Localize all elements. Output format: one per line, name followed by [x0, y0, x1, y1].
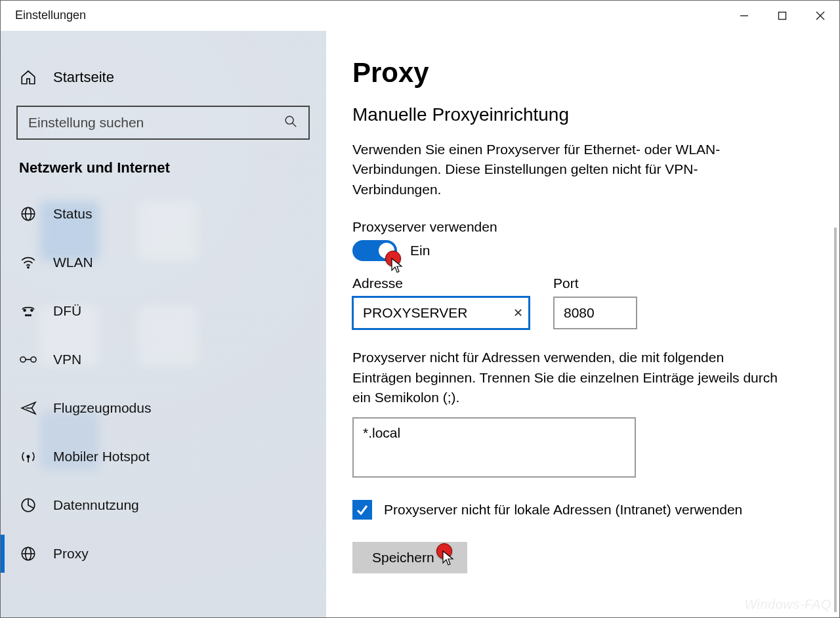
sidebar-item-label: Flugzeugmodus	[53, 400, 151, 416]
sidebar-home-label: Startseite	[53, 69, 114, 86]
data-usage-icon	[19, 497, 37, 514]
address-input[interactable]	[352, 297, 530, 329]
use-proxy-label: Proxyserver verwenden	[352, 219, 820, 235]
sidebar-item-status[interactable]: Status	[1, 190, 326, 238]
vpn-icon	[19, 353, 37, 366]
sidebar-item-wlan[interactable]: WLAN	[1, 238, 326, 287]
sidebar-item-label: Status	[53, 206, 93, 222]
minimize-button[interactable]	[725, 3, 763, 29]
sidebar-item-vpn[interactable]: VPN	[1, 335, 326, 384]
wifi-icon	[19, 254, 37, 271]
svg-point-14	[30, 315, 31, 316]
sidebar-item-airplane[interactable]: Flugzeugmodus	[1, 384, 326, 432]
cursor-pointer-icon	[390, 257, 405, 274]
address-label: Adresse	[352, 276, 530, 291]
sidebar-item-label: Proxy	[53, 546, 89, 562]
sidebar-item-label: VPN	[53, 352, 81, 367]
airplane-icon	[19, 400, 37, 417]
dialup-icon	[19, 302, 37, 319]
sidebar-item-dialup[interactable]: DFÜ	[1, 287, 326, 335]
bypass-input[interactable]	[352, 417, 636, 478]
scrollbar[interactable]	[834, 228, 837, 612]
search-input[interactable]	[28, 115, 284, 131]
globe-icon	[19, 205, 37, 222]
sidebar-item-proxy[interactable]: Proxy	[1, 529, 326, 578]
sidebar-item-label: WLAN	[53, 255, 93, 270]
section-description: Verwenden Sie einen Proxyserver für Ethe…	[352, 140, 772, 199]
settings-window: Einstellungen Startseite	[0, 0, 840, 618]
cursor-pointer-icon	[442, 550, 456, 567]
svg-point-10	[24, 310, 26, 312]
clear-input-icon[interactable]: ✕	[513, 306, 523, 320]
svg-point-12	[26, 315, 27, 316]
svg-point-11	[31, 310, 33, 312]
page-title: Proxy	[352, 57, 820, 89]
sidebar-item-label: DFÜ	[53, 303, 81, 319]
port-label: Port	[553, 276, 637, 291]
sidebar-item-data-usage[interactable]: Datennutzung	[1, 481, 326, 529]
globe-icon	[19, 545, 37, 562]
maximize-button[interactable]	[763, 3, 801, 29]
watermark: Windows-FAQ	[744, 597, 831, 612]
svg-rect-1	[779, 12, 786, 20]
svg-point-16	[31, 357, 36, 362]
close-button[interactable]	[801, 3, 839, 29]
main-content: Proxy Manuelle Proxyeinrichtung Verwende…	[326, 31, 839, 617]
search-box[interactable]	[16, 106, 310, 140]
hotspot-icon	[19, 448, 37, 465]
sidebar-item-hotspot[interactable]: Mobiler Hotspot	[1, 432, 326, 481]
window-title: Einstellungen	[15, 9, 86, 22]
sidebar: Startseite Netzwerk und Internet Status	[1, 31, 326, 617]
home-icon	[19, 69, 37, 86]
sidebar-item-label: Mobiler Hotspot	[53, 449, 150, 464]
svg-line-5	[293, 123, 297, 127]
titlebar: Einstellungen	[1, 1, 839, 31]
port-input[interactable]	[553, 297, 637, 329]
local-bypass-checkbox[interactable]	[352, 500, 372, 520]
sidebar-item-home[interactable]: Startseite	[1, 62, 326, 93]
sidebar-item-label: Datennutzung	[53, 497, 139, 513]
local-bypass-label: Proxyserver nicht für lokale Adressen (I…	[384, 502, 742, 518]
section-title: Manuelle Proxyeinrichtung	[352, 104, 820, 125]
svg-point-13	[28, 315, 29, 316]
bypass-description: Proxyserver nicht für Adressen verwenden…	[352, 348, 779, 407]
svg-point-15	[20, 357, 26, 362]
search-icon	[284, 114, 298, 131]
toggle-state-label: Ein	[410, 243, 430, 258]
svg-point-9	[28, 267, 29, 268]
svg-point-4	[285, 116, 293, 124]
sidebar-category-heading: Netzwerk und Internet	[1, 159, 326, 176]
